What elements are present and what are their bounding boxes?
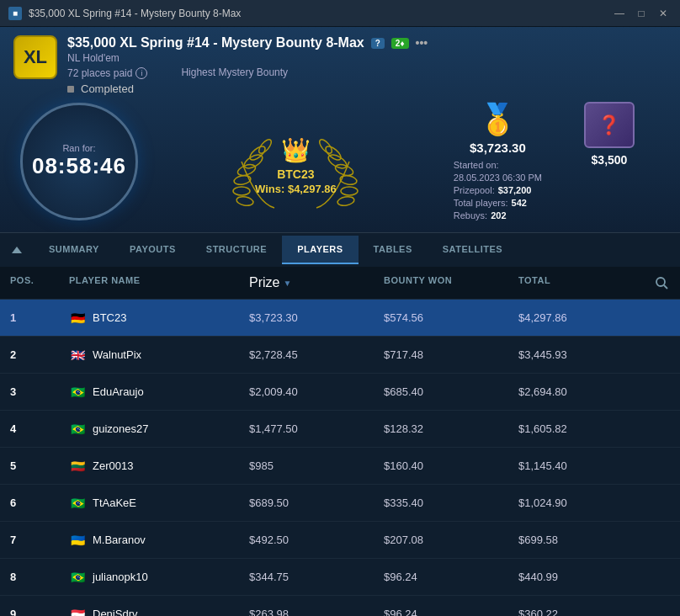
- winner-section: 👑 BTC23 Wins: $4,297.86: [228, 107, 363, 216]
- table-row[interactable]: 5 🇱🇹 Zer0013 $985 $160.40 $1,145.40: [0, 448, 680, 485]
- table-row[interactable]: 9 🇦🇹 DeniSdrv $263.98 $96.24 $360.22: [0, 596, 680, 616]
- cell-prize: $2,728.45: [239, 342, 374, 368]
- cell-prize: $344.75: [239, 564, 374, 590]
- tabs-bar: SUMMARY PAYOUTS STRUCTURE PLAYERS TABLES…: [0, 232, 680, 267]
- table-row[interactable]: 2 🇬🇧 WalnutPix $2,728.45 $717.48 $3,445.…: [0, 337, 680, 374]
- title-bar: ■ $35,000 XL Spring #14 - Mystery Bounty…: [0, 0, 680, 27]
- cell-pos: 5: [0, 453, 59, 479]
- player-name: DeniSdrv: [93, 608, 137, 616]
- cell-total: $1,605.82: [508, 416, 643, 442]
- content-wrapper: XL $35,000 XL Spring #14 - Mystery Bount…: [0, 27, 680, 616]
- cell-pos: 6: [0, 490, 59, 516]
- player-flag: 🇺🇦: [69, 534, 86, 546]
- cell-prize: $492.50: [239, 527, 374, 553]
- col-player: Player name: [59, 272, 239, 294]
- tournament-title: $35,000 XL Spring #14 - Mystery Bounty 8…: [67, 35, 667, 50]
- tab-payouts[interactable]: PAYOUTS: [114, 236, 191, 264]
- prize-bounty-area: 🥇 $3,723.30 Started on: 28.05.2023 06:30…: [454, 102, 660, 220]
- cell-player: 🇱🇹 Zer0013: [59, 453, 239, 479]
- started-on-label: Started on:: [454, 160, 499, 170]
- player-flag: 🇱🇹: [69, 460, 86, 472]
- maximize-button[interactable]: □: [633, 5, 650, 22]
- cell-player: 🇧🇷 TtAaKeE: [59, 490, 239, 516]
- total-players-value: 542: [512, 198, 527, 208]
- cell-total: $4,297.86: [508, 305, 643, 331]
- cell-bounty: $717.48: [374, 342, 508, 368]
- status-row: Completed: [67, 82, 667, 95]
- player-flag: 🇬🇧: [69, 349, 86, 361]
- winner-wins: Wins: $4,297.86: [255, 183, 337, 195]
- sort-icon[interactable]: ▼: [283, 279, 291, 288]
- rebuys-value: 202: [491, 210, 506, 220]
- cell-empty: [643, 422, 680, 436]
- player-name: WalnutPix: [93, 348, 141, 361]
- cell-pos: 3: [0, 379, 59, 405]
- tab-players[interactable]: PLAYERS: [282, 236, 358, 264]
- cell-empty: [643, 348, 680, 362]
- cell-empty: [643, 497, 680, 510]
- cell-total: $1,145.40: [508, 453, 643, 479]
- svg-point-9: [340, 174, 358, 185]
- tab-tables[interactable]: TABLES: [359, 236, 428, 264]
- tab-scroll-up-button[interactable]: [0, 233, 34, 267]
- laurel-wrapper: 👑 BTC23 Wins: $4,297.86: [228, 107, 363, 216]
- player-name: TtAaKeE: [93, 497, 136, 509]
- cell-prize: $985: [239, 453, 374, 479]
- minimize-button[interactable]: —: [611, 5, 628, 22]
- player-name: guizones27: [93, 422, 149, 435]
- svg-point-4: [236, 195, 254, 206]
- duration-display: 08:58:46: [32, 153, 126, 179]
- cell-player: 🇧🇷 julianopk10: [59, 564, 239, 590]
- medal-icon: 🥇: [479, 102, 517, 137]
- player-flag: 🇧🇷: [69, 386, 86, 398]
- player-flag: 🇧🇷: [69, 423, 86, 435]
- cell-prize: $2,009.40: [239, 379, 374, 405]
- more-options-icon[interactable]: •••: [416, 36, 428, 50]
- table-row[interactable]: 1 🇩🇪 BTC23 $3,723.30 $574.56 $4,297.86: [0, 300, 680, 337]
- table-row[interactable]: 8 🇧🇷 julianopk10 $344.75 $96.24 $440.99: [0, 559, 680, 596]
- help-badge: ?: [371, 38, 385, 49]
- player-name: BTC23: [93, 311, 126, 324]
- clock-section: Ran for: 08:58:46: [20, 103, 138, 220]
- col-prize: Prize ▼: [239, 272, 374, 294]
- title-bar-left: ■ $35,000 XL Spring #14 - Mystery Bounty…: [8, 7, 241, 20]
- cell-player: 🇧🇷 guizones27: [59, 416, 239, 442]
- cell-player: 🇩🇪 BTC23: [59, 305, 239, 331]
- prizepool-label: Prizepool:: [454, 185, 495, 195]
- tab-satellites[interactable]: SATELLITES: [428, 236, 518, 264]
- player-flag: 🇦🇹: [69, 608, 86, 617]
- table-search-button[interactable]: [643, 272, 680, 294]
- cell-total: $440.99: [508, 564, 643, 590]
- cell-bounty: $335.40: [374, 490, 508, 516]
- header-info: $35,000 XL Spring #14 - Mystery Bounty 8…: [67, 35, 667, 95]
- status-dot: [67, 86, 74, 93]
- status-text: Completed: [81, 82, 134, 95]
- table-rows: 1 🇩🇪 BTC23 $3,723.30 $574.56 $4,297.86 2…: [0, 300, 680, 616]
- cell-empty: [643, 311, 680, 325]
- cell-player: 🇧🇷 EduAraujo: [59, 379, 239, 405]
- cell-bounty: $96.24: [374, 601, 508, 616]
- tournament-name: $35,000 XL Spring #14 - Mystery Bounty 8…: [67, 35, 364, 50]
- cell-total: $3,445.93: [508, 342, 643, 368]
- info-icon[interactable]: i: [135, 67, 147, 79]
- svg-point-2: [234, 174, 252, 185]
- table-row[interactable]: 6 🇧🇷 TtAaKeE $689.50 $335.40 $1,024.90: [0, 485, 680, 522]
- crown-icon: 👑: [281, 136, 311, 164]
- bounty-badge: ❓: [584, 102, 635, 148]
- tab-structure[interactable]: STRUCTURE: [191, 236, 282, 264]
- tab-summary[interactable]: SUMMARY: [34, 236, 114, 264]
- rebuys-label: Rebuys:: [454, 210, 487, 220]
- cell-bounty: $96.24: [374, 564, 508, 590]
- table-row[interactable]: 4 🇧🇷 guizones27 $1,477.50 $128.32 $1,605…: [0, 411, 680, 448]
- cell-empty: [643, 385, 680, 399]
- close-button[interactable]: ✕: [655, 5, 672, 22]
- player-flag: 🇧🇷: [69, 571, 86, 583]
- prize-info: 🥇 $3,723.30 Started on: 28.05.2023 06:30…: [454, 102, 542, 220]
- table-row[interactable]: 7 🇺🇦 M.Baranov $492.50 $207.08 $699.58: [0, 522, 680, 559]
- cell-player: 🇬🇧 WalnutPix: [59, 342, 239, 368]
- bounty-section: ❓ $3,500: [559, 102, 660, 170]
- table-row[interactable]: 3 🇧🇷 EduAraujo $2,009.40 $685.40 $2,694.…: [0, 374, 680, 411]
- window-title: $35,000 XL Spring #14 - Mystery Bounty 8…: [29, 8, 241, 19]
- cell-prize: $263.98: [239, 601, 374, 616]
- player-flag: 🇧🇷: [69, 497, 86, 509]
